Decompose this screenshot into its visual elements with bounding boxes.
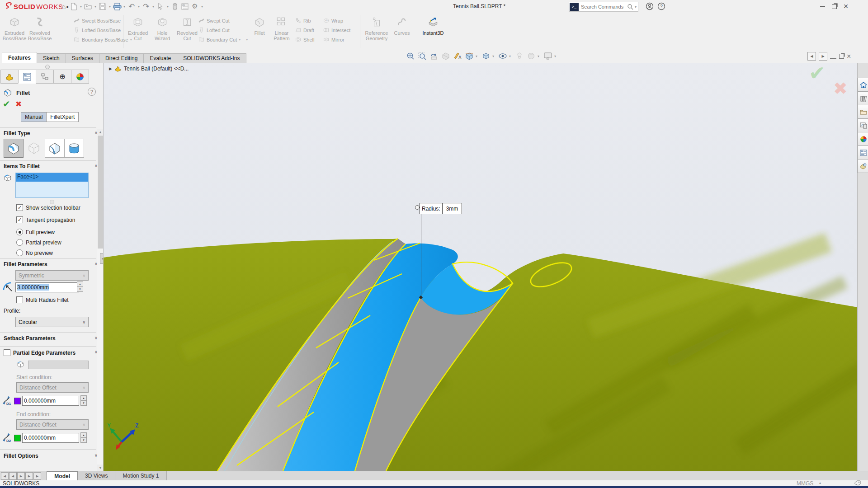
display-manager-tab[interactable] bbox=[71, 70, 89, 84]
constant-size-fillet-button[interactable] bbox=[4, 139, 24, 158]
last-tab-nav-icon[interactable]: ▶ bbox=[25, 472, 33, 480]
close-button[interactable]: × bbox=[840, 1, 852, 11]
properties-icon[interactable] bbox=[180, 1, 190, 11]
user-account-icon[interactable] bbox=[644, 1, 656, 11]
zoom-to-area-button[interactable] bbox=[418, 52, 427, 61]
unit-system[interactable]: MMGS bbox=[797, 480, 813, 487]
swept-cut-button[interactable]: Swept Cut bbox=[198, 16, 248, 25]
view-orientation-dropdown-icon[interactable]: ▾ bbox=[491, 54, 495, 58]
forum-tab[interactable] bbox=[858, 159, 868, 173]
multi-radius-checkbox[interactable] bbox=[16, 296, 23, 303]
print-icon[interactable] bbox=[112, 1, 122, 11]
view-settings-button[interactable]: ▾ bbox=[543, 52, 557, 61]
search-input[interactable] bbox=[579, 4, 627, 9]
3d-views-tab[interactable]: 3D Views bbox=[78, 471, 115, 480]
tab-addins[interactable]: SOLIDWORKS Add-Ins bbox=[177, 53, 246, 63]
save-icon[interactable] bbox=[98, 1, 108, 11]
variable-size-fillet-button[interactable] bbox=[24, 139, 43, 157]
no-preview-row[interactable]: No preview bbox=[16, 249, 53, 256]
search-dropdown-icon[interactable]: ▾ bbox=[633, 5, 638, 9]
graphics-viewport[interactable]: Y Z ▶ Tennis Ball (Default) <<D... Radiu… bbox=[103, 63, 858, 471]
d1-spin-down-icon[interactable]: ▼ bbox=[80, 400, 87, 406]
items-to-fillet-group-header[interactable]: Items To Fillet bbox=[4, 163, 40, 169]
fillet-button[interactable]: Fillet bbox=[250, 15, 269, 49]
configuration-manager-tab[interactable] bbox=[36, 70, 54, 84]
pm-scroll-thumb[interactable] bbox=[98, 136, 103, 249]
undo-dropdown-icon[interactable]: ▾ bbox=[137, 5, 141, 9]
full-preview-row[interactable]: Full preview bbox=[16, 229, 55, 235]
doc-close-button[interactable]: × bbox=[847, 52, 851, 61]
confirmation-ok-icon[interactable]: ✔ bbox=[809, 63, 826, 84]
instant3d-button[interactable]: Instant3D bbox=[420, 15, 447, 49]
lofted-cut-button[interactable]: Lofted Cut bbox=[198, 25, 248, 35]
model-tab[interactable]: Model bbox=[47, 471, 78, 481]
home-icon[interactable]: ⌂ bbox=[59, 1, 69, 11]
display-style-button[interactable]: ▾ bbox=[498, 52, 512, 61]
prev-tab-nav-icon[interactable]: ◀ bbox=[9, 472, 17, 480]
resources-tab[interactable] bbox=[858, 78, 868, 92]
tab-evaluate[interactable]: Evaluate bbox=[143, 53, 177, 63]
restore-button[interactable] bbox=[828, 1, 840, 11]
show-selection-toolbar-row[interactable]: ✓Show selection toolbar bbox=[16, 204, 80, 211]
custom-properties-tab[interactable] bbox=[858, 145, 868, 160]
selection-listbox[interactable]: Face<1> bbox=[15, 173, 89, 198]
search-commands-box[interactable]: >_ ▾ bbox=[569, 2, 638, 12]
undo-icon[interactable]: ↶ bbox=[127, 1, 137, 11]
linear-pattern-button[interactable]: Linear Pattern bbox=[270, 15, 293, 49]
view-palette-tab[interactable] bbox=[858, 118, 868, 132]
confirmation-cancel-icon[interactable]: ✖ bbox=[833, 79, 848, 99]
first-tab-nav-icon[interactable]: ◀ bbox=[1, 472, 9, 480]
pm-cancel-button[interactable]: ✖ bbox=[15, 99, 22, 109]
partial-preview-radio[interactable] bbox=[16, 239, 23, 246]
boundary-cut-dropdown-icon[interactable]: ▾ bbox=[239, 38, 241, 42]
options-dropdown-icon[interactable]: ▾ bbox=[200, 5, 204, 9]
no-preview-radio[interactable] bbox=[16, 249, 23, 256]
select-dropdown-icon[interactable]: ▾ bbox=[165, 5, 170, 9]
redo-dropdown-icon[interactable]: ▾ bbox=[151, 5, 156, 9]
intersect-button[interactable]: Intersect bbox=[323, 25, 350, 35]
doc-restore-button[interactable] bbox=[839, 54, 844, 59]
open-file-dropdown-icon[interactable]: ▾ bbox=[93, 5, 98, 9]
appearance-dropdown-icon[interactable]: ▾ bbox=[536, 54, 541, 58]
multi-radius-row[interactable]: Multi Radius Fillet bbox=[16, 296, 69, 303]
feature-tree-tab[interactable] bbox=[0, 70, 19, 84]
selection-list-item[interactable]: Face<1> bbox=[16, 173, 88, 182]
full-round-fillet-button[interactable] bbox=[64, 139, 84, 158]
radius-callout[interactable]: Radius: 3mm bbox=[420, 203, 462, 214]
pm-scrollbar[interactable]: ▲ ▼ bbox=[97, 129, 103, 471]
fillet-options-group-header[interactable]: Fillet Options bbox=[4, 453, 38, 459]
magnet-toggle-icon[interactable] bbox=[170, 1, 180, 11]
section-tools-button[interactable]: ▾ bbox=[465, 52, 479, 61]
d2-spin-down-icon[interactable]: ▼ bbox=[80, 437, 87, 443]
hole-wizard-button[interactable]: Hole Wizard bbox=[151, 15, 174, 49]
callout-value-field[interactable]: 3mm bbox=[443, 203, 462, 214]
dimxpert-manager-tab[interactable]: ⊕ bbox=[53, 70, 71, 84]
dynamic-annotation-button[interactable]: A bbox=[453, 52, 462, 61]
tab-features[interactable]: Features bbox=[2, 52, 37, 63]
radius-spin-down-icon[interactable]: ▼ bbox=[77, 286, 83, 292]
reference-geometry-button[interactable]: Reference Geometry bbox=[363, 15, 391, 49]
next-tab-nav-icon[interactable]: ▶ bbox=[17, 472, 25, 480]
unit-dropdown-icon[interactable]: ▴ bbox=[819, 481, 821, 485]
partial-edge-checkbox[interactable] bbox=[4, 349, 10, 356]
appearances-scenes-tab[interactable] bbox=[858, 132, 868, 146]
pm-help-icon[interactable]: ? bbox=[88, 88, 96, 96]
minimize-button[interactable] bbox=[816, 1, 828, 11]
extruded-boss-base-button[interactable]: Extruded Boss/Base bbox=[3, 15, 26, 49]
pm-ok-button[interactable]: ✔ bbox=[3, 99, 10, 109]
options-gear-icon[interactable]: ⚙ bbox=[190, 1, 200, 11]
view-settings-dropdown-icon[interactable]: ▾ bbox=[553, 54, 557, 58]
redo-icon[interactable]: ↷ bbox=[141, 1, 151, 11]
fillet-parameters-group-header[interactable]: Fillet Parameters bbox=[4, 261, 47, 267]
doc-minimize-button[interactable] bbox=[830, 54, 836, 59]
face-fillet-button[interactable] bbox=[45, 139, 65, 158]
show-selection-toolbar-checkbox[interactable]: ✓ bbox=[16, 204, 23, 211]
property-manager-tab[interactable] bbox=[18, 70, 36, 84]
tree-expander-icon[interactable]: ▶ bbox=[109, 66, 112, 71]
view-orientation-button[interactable]: ▾ bbox=[481, 52, 495, 61]
hide-show-items-button[interactable] bbox=[515, 52, 524, 61]
end-offset-spinner[interactable]: ▲▼ bbox=[80, 433, 87, 443]
rib-button[interactable]: Rib bbox=[295, 16, 314, 25]
search-icon[interactable] bbox=[627, 4, 633, 10]
revolved-cut-button[interactable]: Revolved Cut bbox=[175, 15, 199, 49]
